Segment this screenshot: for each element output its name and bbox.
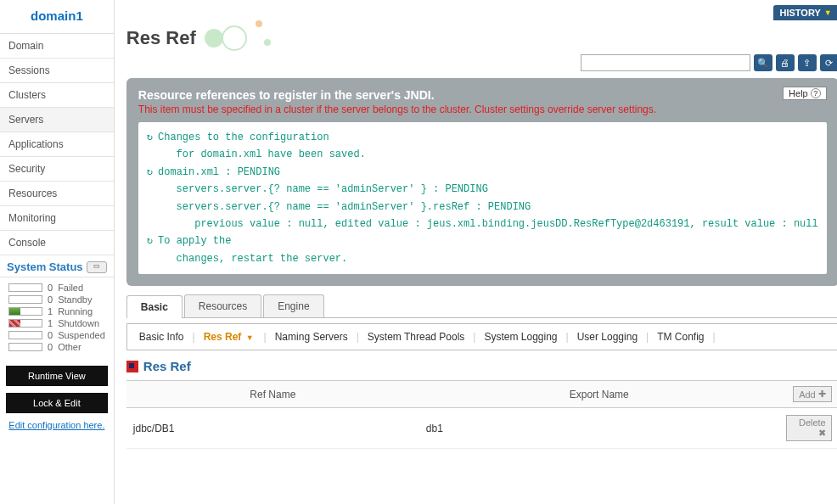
status-row: 1Running bbox=[8, 306, 105, 316]
status-bar bbox=[8, 319, 42, 328]
edit-config-link[interactable]: Edit configuration here. bbox=[0, 420, 114, 430]
export-icon[interactable]: ⇪ bbox=[798, 54, 817, 71]
chevron-down-icon: ▼ bbox=[244, 333, 256, 342]
refresh-icon: ↻ bbox=[147, 232, 153, 249]
status-label: Failed bbox=[58, 283, 83, 293]
search-row: 🔍 🖨 ⇪ ⟳ bbox=[126, 54, 837, 71]
tabs-primary: BasicResourcesEngine bbox=[126, 294, 837, 318]
log-line: ↻Changes to the configuration bbox=[147, 129, 818, 146]
chevron-down-icon: ▼ bbox=[824, 8, 832, 17]
subtab-system-logging[interactable]: System Logging bbox=[482, 331, 559, 343]
system-status-label: System Status bbox=[7, 260, 83, 273]
status-count: 0 bbox=[48, 330, 53, 340]
tab-resources[interactable]: Resources bbox=[184, 294, 261, 317]
sidebar-item-resources[interactable]: Resources bbox=[0, 182, 114, 206]
log-line: servers.server.{? name == 'adminServer' … bbox=[147, 181, 818, 198]
refresh-icon: ↻ bbox=[147, 164, 153, 181]
status-label: Standby bbox=[58, 294, 92, 305]
status-bar bbox=[8, 283, 42, 292]
status-bar bbox=[8, 343, 42, 351]
sidebar-item-security[interactable]: Security bbox=[0, 157, 114, 182]
sidebar-item-sessions[interactable]: Sessions bbox=[0, 59, 114, 83]
col-exportname: Export Name bbox=[419, 381, 779, 408]
sidebar-item-applications[interactable]: Applications bbox=[0, 132, 114, 157]
decorative-dots bbox=[205, 25, 306, 51]
panel-warning: This item must be specified in a cluster… bbox=[138, 104, 827, 115]
log-line: for domain.xml have been saved. bbox=[147, 146, 818, 163]
log-line: previous value : null, edited value : je… bbox=[147, 216, 818, 232]
system-status-header: System Status ▭ bbox=[0, 255, 114, 277]
search-icon[interactable]: 🔍 bbox=[754, 54, 772, 71]
status-bar bbox=[8, 295, 42, 304]
resref-table: Ref Name Export Name Add ✚ jdbc/DB1db1De… bbox=[126, 380, 837, 449]
status-bar bbox=[8, 331, 42, 339]
status-row: 1Shutdown bbox=[8, 318, 105, 328]
sidebar-item-console[interactable]: Console bbox=[0, 231, 114, 255]
subtab-naming-servers[interactable]: Naming Servers bbox=[273, 331, 350, 343]
tab-engine[interactable]: Engine bbox=[263, 294, 323, 317]
tab-basic[interactable]: Basic bbox=[126, 295, 183, 318]
cell-exportname: db1 bbox=[419, 408, 779, 449]
history-label: HISTORY bbox=[780, 8, 821, 18]
sidebar-item-clusters[interactable]: Clusters bbox=[0, 83, 114, 108]
domain-header: domain1 bbox=[0, 0, 114, 34]
col-refname: Ref Name bbox=[126, 381, 419, 408]
log-line: ↻domain.xml : PENDING bbox=[147, 164, 818, 181]
subtab-res-ref[interactable]: Res Ref ▼ bbox=[202, 331, 257, 343]
main-content: HISTORY ▼ Res Ref 🔍 🖨 ⇪ ⟳ Help ? Resourc… bbox=[115, 0, 837, 504]
lock-edit-button[interactable]: Lock & Edit bbox=[6, 393, 108, 413]
cell-refname: jdbc/DB1 bbox=[126, 408, 419, 449]
log-line: servers.server.{? name == 'adminServer' … bbox=[147, 199, 818, 216]
add-button[interactable]: Add ✚ bbox=[793, 386, 832, 402]
status-toggle-icon[interactable]: ▭ bbox=[87, 261, 107, 273]
status-count: 0 bbox=[48, 342, 53, 352]
status-label: Other bbox=[58, 342, 81, 352]
domain-link[interactable]: domain1 bbox=[31, 8, 83, 23]
status-count: 0 bbox=[48, 283, 53, 293]
section-title: Res Ref bbox=[126, 359, 837, 373]
status-row: 0Suspended bbox=[8, 330, 105, 340]
status-count: 1 bbox=[48, 318, 53, 328]
print-icon[interactable]: 🖨 bbox=[776, 54, 795, 71]
status-bar bbox=[8, 307, 42, 316]
sidebar-item-servers[interactable]: Servers bbox=[0, 108, 114, 132]
sidebar-nav: DomainSessionsClustersServersApplication… bbox=[0, 34, 114, 255]
search-input[interactable] bbox=[581, 54, 750, 71]
status-count: 1 bbox=[48, 306, 53, 316]
subtab-tm-config[interactable]: TM Config bbox=[655, 331, 705, 343]
info-panel: Help ? Resource references to register i… bbox=[126, 78, 837, 286]
sidebar: domain1 DomainSessionsClustersServersApp… bbox=[0, 0, 115, 504]
cell-actions: Delete ✖ bbox=[779, 408, 837, 449]
status-label: Running bbox=[58, 306, 93, 316]
runtime-view-button[interactable]: Runtime View bbox=[6, 366, 108, 386]
status-count: 0 bbox=[48, 294, 53, 305]
status-label: Shutdown bbox=[58, 318, 99, 328]
status-label: Suspended bbox=[58, 330, 105, 340]
history-button[interactable]: HISTORY ▼ bbox=[773, 5, 837, 20]
sidebar-item-domain[interactable]: Domain bbox=[0, 34, 114, 59]
refresh-icon: ↻ bbox=[147, 129, 153, 146]
subtab-basic-info[interactable]: Basic Info bbox=[138, 331, 186, 343]
panel-header: Resource references to register in the s… bbox=[138, 88, 827, 102]
log-line: changes, restart the server. bbox=[147, 250, 818, 267]
section-heading: Res Ref bbox=[143, 359, 191, 373]
topbar: HISTORY ▼ bbox=[126, 0, 837, 25]
status-row: 0Failed bbox=[8, 283, 105, 293]
log-line: ↻To apply the bbox=[147, 232, 818, 249]
refresh-icon[interactable]: ⟳ bbox=[820, 54, 837, 71]
subtab-user-logging[interactable]: User Logging bbox=[576, 331, 639, 343]
subtab-system-thread-pools[interactable]: System Thread Pools bbox=[366, 331, 467, 343]
log-box: ↻Changes to the configuration for domain… bbox=[138, 122, 827, 274]
page-title: Res Ref bbox=[126, 27, 196, 49]
delete-button[interactable]: Delete ✖ bbox=[786, 415, 832, 441]
title-row: Res Ref bbox=[126, 25, 837, 51]
section-icon bbox=[126, 361, 138, 372]
help-button[interactable]: Help ? bbox=[783, 87, 827, 100]
tabs-secondary: Basic Info|Res Ref ▼|Naming Servers|Syst… bbox=[126, 323, 837, 350]
status-row: 0Standby bbox=[8, 294, 105, 305]
table-row: jdbc/DB1db1Delete ✖ bbox=[126, 408, 837, 449]
sidebar-item-monitoring[interactable]: Monitoring bbox=[0, 206, 114, 231]
status-row: 0Other bbox=[8, 342, 105, 352]
help-icon: ? bbox=[811, 88, 821, 98]
col-actions: Add ✚ bbox=[779, 381, 837, 408]
